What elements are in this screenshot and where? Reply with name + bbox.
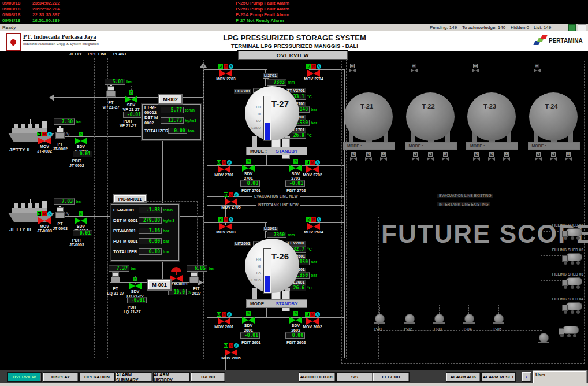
mov-valve-mov-2703[interactable]: RMAMOV 2703 <box>213 64 239 81</box>
tab-plant[interactable]: PLANT <box>113 52 126 57</box>
panel-row-value: 0.10 <box>139 248 162 255</box>
mov-valve-mov-2601[interactable]: RMAMOV 2601 <box>211 312 237 329</box>
mov-valve-mov-2702[interactable]: RMAMOV 2702 <box>300 160 325 177</box>
nav-button-alarm-ack[interactable]: ALARM ACK <box>446 372 481 382</box>
readout-ro-pdit-lq: -0.01 <box>127 297 147 303</box>
transmitter-icon-pt-lq-21-27 <box>111 270 120 282</box>
pump-label: P-04 <box>464 327 472 331</box>
transmitter-type: PT <box>103 287 128 291</box>
future-valve-body <box>350 157 357 161</box>
future-tank-drop <box>553 68 553 93</box>
valve-badge-r: R <box>224 343 228 348</box>
alarm-row[interactable]: 09/03/1816:51:00.889P-27 Not Ready Alarm <box>0 18 588 24</box>
nav-button-alarm-history[interactable]: ALARM HISTORY <box>153 372 190 382</box>
nav-button-alarm-summary[interactable]: ALARM SUMMARY <box>116 372 152 382</box>
future-tank-name: T-24 <box>545 103 558 110</box>
indoscada-logo-icon <box>6 33 21 51</box>
nav-button-overview[interactable]: OVERVIEW <box>7 372 42 382</box>
valve-badge-r: R <box>217 312 221 317</box>
valve-badge-a: A <box>229 217 233 222</box>
alarm-date: 09/03/18 <box>2 1 20 6</box>
valve-badge-s: S <box>246 159 251 164</box>
level-marks: HHHILOLOLO <box>250 103 261 131</box>
nav-button-alarm-reset[interactable]: ALARM RESET <box>481 372 516 382</box>
future-top-valve-badge: M <box>473 64 478 68</box>
m-002-block[interactable]: M-002 <box>158 94 183 105</box>
level-mark: LO <box>250 270 261 277</box>
readout-ro-li2601: 7360mm <box>267 232 295 238</box>
alarm-row[interactable]: 09/03/1822:33:35.897P-25A Pump Fault Ala… <box>0 12 588 18</box>
nav-button-trend[interactable]: TREND <box>191 372 225 382</box>
readout-ro-pdit-vp: -0.01 <box>123 112 143 118</box>
valve-badge-r: R <box>218 217 223 222</box>
readout-label: PDITJT-0002 <box>69 159 84 169</box>
alarm-row[interactable]: 09/03/1823:22:32.204P-25B Pump Fault Ala… <box>0 6 588 12</box>
valve-label: MOV 2603 <box>216 230 235 235</box>
mode-label: MODE : <box>344 144 362 148</box>
company-name: PT. Indoscada Perkasa Jaya <box>23 34 96 41</box>
mov-valve-mov-2704[interactable]: RMAMOV 2704 <box>301 64 326 81</box>
readout-label: LIT2601 <box>234 242 251 246</box>
level-mark: LOLO <box>250 277 261 284</box>
nav-button-legend[interactable]: LEGEND <box>373 372 410 382</box>
filling-shed-label: FILLING SHED 03 <box>546 272 583 276</box>
mode-value: STANDBY <box>267 301 307 306</box>
readout-label: PDITLQ 21-27 <box>124 305 141 315</box>
alarm-date: 09/03/18 <box>2 18 20 23</box>
tab-pipe-line[interactable]: PIPE LINE <box>88 52 107 57</box>
valve-label: MOV 2703 <box>216 77 235 81</box>
nav-button-architecture[interactable]: ARCHITECTURE <box>299 372 336 382</box>
mov-valve-mov-2603[interactable]: RMAMOV 2603 <box>213 217 239 235</box>
valve-body <box>75 217 87 224</box>
valve-status-badges: RMA <box>306 64 321 69</box>
sdv-valve-sdv-2701[interactable]: SSDV2701 <box>236 159 261 181</box>
mov-valve-mov-2705[interactable]: RMAMOV 2705 <box>218 192 244 210</box>
level-mark: HI <box>250 263 261 270</box>
valve-label: SDV <box>131 290 139 294</box>
jetty-label: JETTY III <box>9 227 31 232</box>
meter-panel-m-002: FT-M-000025.77ton/hDST-M-000212.73kg/m3T… <box>142 104 201 140</box>
pic-m-0001-block[interactable]: PIC-M-0001 <box>113 194 147 203</box>
future-mode-bar: MODE : <box>528 142 580 150</box>
future-tank-drop <box>492 68 492 93</box>
valve-badge-r: R <box>306 217 311 222</box>
mov-valve-mov-2604[interactable]: RMAMOV 2604 <box>301 217 326 235</box>
valve-badge-s: S <box>293 159 298 164</box>
readout-unit: mm <box>288 233 295 237</box>
nav-button-sis[interactable]: SIS <box>336 372 373 382</box>
future-tank-name: T-21 <box>360 103 373 110</box>
mode-label: MODE : <box>529 144 546 148</box>
m-001-block[interactable]: M-001 <box>147 279 172 291</box>
mov-valve-mov-2701[interactable]: RMAMOV 2701 <box>211 160 237 177</box>
valve-badge-r: R <box>305 312 310 317</box>
future-mode-bar: MODE : <box>466 142 518 150</box>
mov-valve-mov-2602[interactable]: RMAMOV 2602 <box>300 312 325 329</box>
nav-button-operation[interactable]: OPERATION <box>79 372 115 382</box>
info-icon[interactable]: i <box>522 372 531 382</box>
readout-unit: °C <box>307 247 312 251</box>
transmitter-icon-pt-vp-21-27 <box>106 84 116 96</box>
valve-badge-r: R <box>37 132 42 136</box>
sdv-valve-sdv-2601[interactable]: SSDV2601 <box>236 311 261 333</box>
valve-label: MOV 2705 <box>221 205 240 210</box>
panel-row-value: 7.16 <box>139 228 162 234</box>
pcv-dome <box>171 267 181 272</box>
readout-label: PDIT 2602 <box>286 340 306 345</box>
pump-label: P-01 <box>374 327 382 331</box>
user-box[interactable]: User : <box>533 370 587 383</box>
level-mark: HH <box>250 256 261 263</box>
transmitter-type: PT <box>98 101 124 105</box>
nav-button-display[interactable]: DISPLAY <box>43 372 79 382</box>
readout-unit: bar <box>311 121 317 125</box>
future-right-bus <box>541 173 541 386</box>
tank-name: T-27 <box>271 99 289 109</box>
readout-tag2: JT-0002 <box>69 164 84 168</box>
intertank-line-existing-label: INTERTANK LINE EXISTING <box>437 202 490 206</box>
future-valve-body <box>412 157 419 161</box>
future-valve-body <box>380 157 387 161</box>
transmitter-label: PTLQ 21-27 <box>103 287 128 296</box>
tab-jetty[interactable]: JETTY <box>69 52 82 57</box>
mov-valve-mov-2605[interactable]: RMAMOV 2605 <box>218 343 244 361</box>
truck-icon <box>558 325 581 337</box>
alarm-row[interactable]: 09/03/1823:34:02.222P-25C Pump Fault Ala… <box>0 1 588 6</box>
